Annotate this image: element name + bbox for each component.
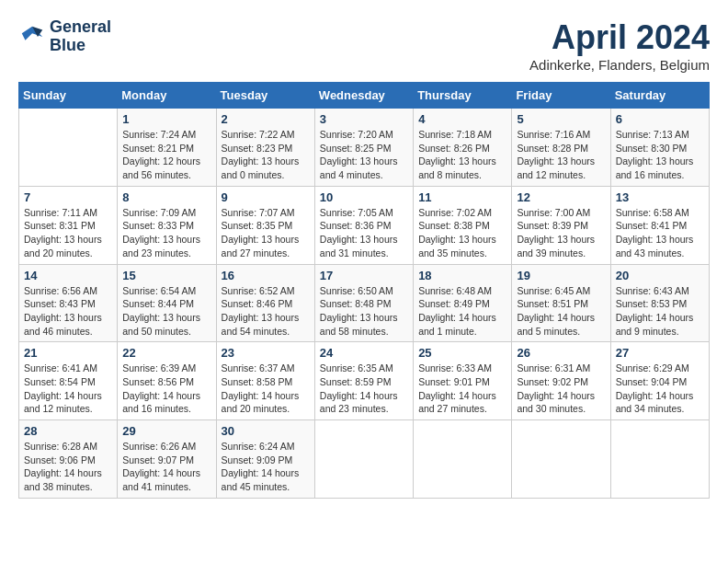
weekday-header-row: SundayMondayTuesdayWednesdayThursdayFrid… bbox=[19, 83, 710, 109]
day-info-text: Sunrise: 6:33 AMSunset: 9:01 PMDaylight:… bbox=[418, 362, 506, 416]
day-info-text: Sunrise: 7:07 AMSunset: 8:35 PMDaylight:… bbox=[222, 206, 310, 260]
day-cell-13: 13Sunrise: 6:58 AMSunset: 8:41 PMDayligh… bbox=[610, 186, 709, 264]
day-info-text: Sunrise: 7:00 AMSunset: 8:39 PMDaylight:… bbox=[517, 206, 605, 260]
day-number: 12 bbox=[517, 190, 605, 204]
week-row-1: 1Sunrise: 7:24 AMSunset: 8:21 PMDaylight… bbox=[19, 109, 710, 187]
weekday-header-tuesday: Tuesday bbox=[216, 83, 314, 109]
weekday-header-thursday: Thursday bbox=[414, 83, 512, 109]
day-number: 5 bbox=[517, 112, 605, 126]
day-cell-26: 26Sunrise: 6:31 AMSunset: 9:02 PMDayligh… bbox=[512, 342, 610, 420]
day-cell-23: 23Sunrise: 6:37 AMSunset: 8:58 PMDayligh… bbox=[216, 342, 314, 420]
day-cell-28: 28Sunrise: 6:28 AMSunset: 9:06 PMDayligh… bbox=[19, 420, 118, 499]
day-number: 23 bbox=[222, 346, 310, 360]
day-cell-34 bbox=[610, 420, 709, 499]
day-info-text: Sunrise: 7:11 AMSunset: 8:31 PMDaylight:… bbox=[24, 206, 112, 260]
day-number: 25 bbox=[418, 346, 506, 360]
day-cell-7: 7Sunrise: 7:11 AMSunset: 8:31 PMDaylight… bbox=[19, 186, 118, 264]
day-cell-14: 14Sunrise: 6:56 AMSunset: 8:43 PMDayligh… bbox=[19, 264, 118, 342]
day-number: 30 bbox=[222, 424, 310, 438]
day-info-text: Sunrise: 7:24 AMSunset: 8:21 PMDaylight:… bbox=[122, 128, 210, 182]
day-number: 17 bbox=[320, 269, 408, 282]
day-cell-8: 8Sunrise: 7:09 AMSunset: 8:33 PMDaylight… bbox=[118, 186, 216, 264]
day-number: 26 bbox=[517, 346, 605, 360]
day-number: 10 bbox=[320, 190, 408, 204]
day-number: 6 bbox=[616, 112, 704, 126]
day-cell-27: 27Sunrise: 6:29 AMSunset: 9:04 PMDayligh… bbox=[610, 342, 709, 420]
location-subtitle: Adinkerke, Flanders, Belgium bbox=[529, 57, 710, 73]
calendar-table: SundayMondayTuesdayWednesdayThursdayFrid… bbox=[18, 82, 710, 499]
day-number: 3 bbox=[320, 112, 408, 126]
day-number: 19 bbox=[517, 269, 605, 282]
day-number: 18 bbox=[418, 269, 506, 282]
logo-line2: Blue bbox=[50, 37, 111, 55]
day-number: 20 bbox=[616, 269, 704, 282]
day-cell-30: 30Sunrise: 6:24 AMSunset: 9:09 PMDayligh… bbox=[216, 420, 314, 499]
day-info-text: Sunrise: 7:09 AMSunset: 8:33 PMDaylight:… bbox=[122, 206, 210, 260]
day-info-text: Sunrise: 6:24 AMSunset: 9:09 PMDaylight:… bbox=[222, 440, 310, 494]
day-info-text: Sunrise: 6:37 AMSunset: 8:58 PMDaylight:… bbox=[222, 362, 310, 416]
day-cell-24: 24Sunrise: 6:35 AMSunset: 8:59 PMDayligh… bbox=[314, 342, 413, 420]
day-cell-5: 5Sunrise: 7:16 AMSunset: 8:28 PMDaylight… bbox=[512, 109, 610, 187]
day-number: 16 bbox=[222, 269, 310, 282]
day-info-text: Sunrise: 6:39 AMSunset: 8:56 PMDaylight:… bbox=[122, 362, 210, 416]
day-number: 11 bbox=[418, 190, 506, 204]
day-cell-10: 10Sunrise: 7:05 AMSunset: 8:36 PMDayligh… bbox=[314, 186, 413, 264]
day-info-text: Sunrise: 6:28 AMSunset: 9:06 PMDaylight:… bbox=[24, 440, 112, 494]
day-cell-33 bbox=[512, 420, 610, 499]
day-cell-32 bbox=[414, 420, 512, 499]
day-info-text: Sunrise: 7:22 AMSunset: 8:23 PMDaylight:… bbox=[222, 128, 310, 182]
day-info-text: Sunrise: 6:58 AMSunset: 8:41 PMDaylight:… bbox=[616, 206, 704, 260]
weekday-header-sunday: Sunday bbox=[19, 83, 118, 109]
day-cell-25: 25Sunrise: 6:33 AMSunset: 9:01 PMDayligh… bbox=[414, 342, 512, 420]
day-cell-3: 3Sunrise: 7:20 AMSunset: 8:25 PMDaylight… bbox=[314, 109, 413, 187]
weekday-header-wednesday: Wednesday bbox=[314, 83, 413, 109]
day-info-text: Sunrise: 6:54 AMSunset: 8:44 PMDaylight:… bbox=[122, 284, 210, 339]
day-cell-20: 20Sunrise: 6:43 AMSunset: 8:53 PMDayligh… bbox=[610, 264, 709, 342]
day-info-text: Sunrise: 6:48 AMSunset: 8:49 PMDaylight:… bbox=[418, 284, 506, 339]
day-cell-17: 17Sunrise: 6:50 AMSunset: 8:48 PMDayligh… bbox=[314, 264, 413, 342]
day-number: 8 bbox=[122, 190, 210, 204]
logo: General Blue bbox=[18, 18, 111, 55]
day-number: 29 bbox=[122, 424, 210, 438]
day-info-text: Sunrise: 6:29 AMSunset: 9:04 PMDaylight:… bbox=[616, 362, 704, 416]
day-info-text: Sunrise: 7:16 AMSunset: 8:28 PMDaylight:… bbox=[517, 128, 605, 182]
day-cell-2: 2Sunrise: 7:22 AMSunset: 8:23 PMDaylight… bbox=[216, 109, 314, 187]
weekday-header-monday: Monday bbox=[118, 83, 216, 109]
page-header: General Blue April 2024 Adinkerke, Fland… bbox=[18, 18, 710, 73]
day-number: 15 bbox=[122, 269, 210, 282]
day-cell-19: 19Sunrise: 6:45 AMSunset: 8:51 PMDayligh… bbox=[512, 264, 610, 342]
day-number: 4 bbox=[418, 112, 506, 126]
day-cell-4: 4Sunrise: 7:18 AMSunset: 8:26 PMDaylight… bbox=[414, 109, 512, 187]
day-number: 27 bbox=[616, 346, 704, 360]
day-info-text: Sunrise: 6:43 AMSunset: 8:53 PMDaylight:… bbox=[616, 284, 704, 339]
day-info-text: Sunrise: 6:56 AMSunset: 8:43 PMDaylight:… bbox=[24, 284, 112, 339]
day-info-text: Sunrise: 6:31 AMSunset: 9:02 PMDaylight:… bbox=[517, 362, 605, 416]
day-number: 9 bbox=[222, 190, 310, 204]
day-info-text: Sunrise: 6:26 AMSunset: 9:07 PMDaylight:… bbox=[122, 440, 210, 494]
day-number: 2 bbox=[222, 112, 310, 126]
weekday-header-saturday: Saturday bbox=[610, 83, 709, 109]
day-cell-11: 11Sunrise: 7:02 AMSunset: 8:38 PMDayligh… bbox=[414, 186, 512, 264]
day-number: 28 bbox=[24, 424, 112, 438]
day-cell-21: 21Sunrise: 6:41 AMSunset: 8:54 PMDayligh… bbox=[19, 342, 118, 420]
day-cell-29: 29Sunrise: 6:26 AMSunset: 9:07 PMDayligh… bbox=[118, 420, 216, 499]
day-info-text: Sunrise: 7:02 AMSunset: 8:38 PMDaylight:… bbox=[418, 206, 506, 260]
day-cell-6: 6Sunrise: 7:13 AMSunset: 8:30 PMDaylight… bbox=[610, 109, 709, 187]
day-info-text: Sunrise: 6:45 AMSunset: 8:51 PMDaylight:… bbox=[517, 284, 605, 339]
day-number: 14 bbox=[24, 269, 112, 282]
day-cell-31 bbox=[314, 420, 413, 499]
day-info-text: Sunrise: 7:20 AMSunset: 8:25 PMDaylight:… bbox=[320, 128, 408, 182]
day-info-text: Sunrise: 7:18 AMSunset: 8:26 PMDaylight:… bbox=[418, 128, 506, 182]
week-row-2: 7Sunrise: 7:11 AMSunset: 8:31 PMDaylight… bbox=[19, 186, 710, 264]
day-info-text: Sunrise: 7:05 AMSunset: 8:36 PMDaylight:… bbox=[320, 206, 408, 260]
day-number: 13 bbox=[616, 190, 704, 204]
logo-text: General Blue bbox=[50, 18, 111, 55]
month-year-title: April 2024 bbox=[529, 18, 710, 57]
day-number: 21 bbox=[24, 346, 112, 360]
day-cell-12: 12Sunrise: 7:00 AMSunset: 8:39 PMDayligh… bbox=[512, 186, 610, 264]
week-row-3: 14Sunrise: 6:56 AMSunset: 8:43 PMDayligh… bbox=[19, 264, 710, 342]
day-info-text: Sunrise: 7:13 AMSunset: 8:30 PMDaylight:… bbox=[616, 128, 704, 182]
day-number: 1 bbox=[122, 112, 210, 126]
day-cell-18: 18Sunrise: 6:48 AMSunset: 8:49 PMDayligh… bbox=[414, 264, 512, 342]
week-row-5: 28Sunrise: 6:28 AMSunset: 9:06 PMDayligh… bbox=[19, 420, 710, 499]
